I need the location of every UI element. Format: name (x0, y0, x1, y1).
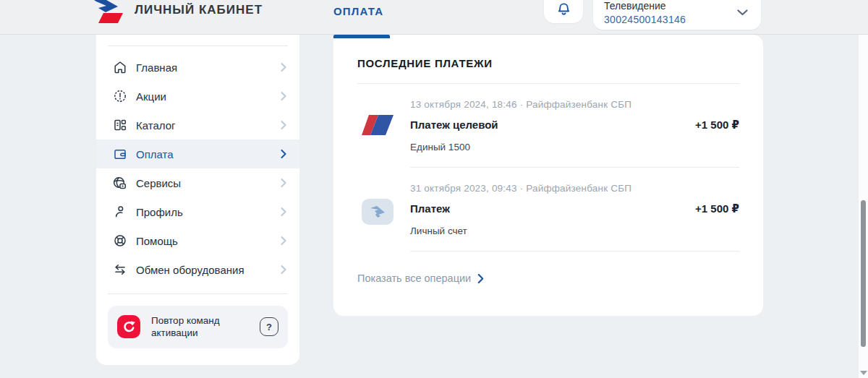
payment-amount: +1 500 ₽ (695, 119, 739, 132)
catalog-icon (112, 118, 127, 133)
chevron-down-icon (737, 6, 748, 19)
services-icon (112, 176, 127, 191)
chevron-right-icon (281, 179, 286, 187)
repeat-activation-commands-card[interactable]: Повтор команд активации ? (108, 306, 288, 348)
payment-title: Платеж целевой (410, 119, 695, 131)
swap-icon (112, 262, 127, 278)
account-number: 30024500143146 (604, 14, 749, 25)
account-selector[interactable]: Телевидение 30024500143146 (593, 0, 761, 30)
divider (410, 167, 739, 168)
notifications-button[interactable] (544, 0, 583, 23)
sidebar-bottom-divider (108, 293, 288, 294)
payment-arrow-icon (357, 183, 410, 252)
sidebar-item-home[interactable]: Главная (96, 53, 299, 82)
divider (410, 251, 739, 252)
home-icon (112, 60, 127, 75)
sidebar: Главная Акции (96, 35, 299, 365)
payment-subtitle: Единый 1500 (410, 142, 739, 153)
sidebar-item-label: Профиль (136, 206, 281, 218)
payment-details: 31 октября 2023, 09:43 · Райффайзенбанк … (410, 183, 739, 252)
sidebar-item-label: Сервисы (136, 177, 281, 189)
sidebar-item-catalog[interactable]: Каталог (96, 111, 299, 139)
sidebar-item-label: Помощь (136, 235, 281, 247)
page: ЛИЧНЫЙ КАБИНЕТ ОПЛАТА Телевидение 300245… (0, 0, 868, 378)
chevron-right-icon (281, 207, 286, 216)
sidebar-item-label: Главная (136, 61, 281, 74)
scrollbar-thumb[interactable] (861, 200, 866, 347)
repeat-card-label: Повтор команд активации (151, 314, 224, 340)
sidebar-item-services[interactable]: Сервисы (96, 168, 299, 197)
bank-flag-icon (357, 99, 410, 168)
chevron-right-icon (281, 121, 286, 129)
tab-payment[interactable]: ОПЛАТА (333, 5, 383, 17)
sidebar-top-divider (108, 46, 288, 46)
payment-amount: +1 500 ₽ (695, 202, 739, 215)
show-all-label: Показать все операции (357, 272, 471, 284)
account-name: Телевидение (604, 0, 749, 12)
sidebar-item-promotions[interactable]: Акции (96, 82, 299, 111)
sidebar-item-label: Оплата (136, 148, 281, 160)
chevron-right-icon (281, 236, 286, 245)
sidebar-menu: Главная Акции (96, 53, 299, 284)
chevron-right-icon (281, 150, 286, 158)
top-header: ЛИЧНЫЙ КАБИНЕТ ОПЛАТА Телевидение 300245… (0, 0, 868, 35)
sidebar-item-label: Каталог (136, 119, 281, 132)
divider (357, 83, 739, 84)
show-all-operations-link[interactable]: Показать все операции (357, 272, 484, 284)
payment-subtitle: Личный счет (410, 225, 739, 236)
chevron-right-icon (281, 63, 286, 72)
sidebar-item-help[interactable]: Помощь (96, 226, 299, 255)
brand-logo-icon[interactable] (89, 0, 129, 25)
profile-icon (112, 205, 127, 220)
vertical-scrollbar[interactable] (859, 0, 868, 378)
repeat-help-button[interactable]: ? (260, 317, 278, 336)
sidebar-item-payment[interactable]: Оплата (96, 139, 299, 168)
payment-row[interactable]: 13 октября 2024, 18:46 · Райффайзенбанк … (357, 99, 739, 168)
scrollbar-down-arrow-icon[interactable] (860, 371, 867, 375)
refresh-icon (117, 315, 140, 338)
bell-icon (556, 0, 572, 21)
chevron-right-icon (281, 92, 286, 100)
chevron-right-icon (477, 274, 484, 283)
payment-date: 13 октября 2024, 18:46 · Райффайзенбанк … (410, 99, 739, 110)
promotions-icon (112, 89, 127, 104)
wallet-icon (112, 147, 127, 162)
chevron-right-icon (281, 265, 286, 274)
payment-row[interactable]: 31 октября 2023, 09:43 · Райффайзенбанк … (357, 183, 739, 252)
sidebar-item-label: Обмен оборудования (136, 264, 281, 276)
payment-date: 31 октября 2023, 09:43 · Райффайзенбанк … (410, 183, 739, 194)
sidebar-item-label: Акции (136, 90, 281, 103)
payment-details: 13 октября 2024, 18:46 · Райффайзенбанк … (410, 99, 739, 168)
help-icon (112, 233, 127, 249)
active-tab-indicator (333, 35, 390, 38)
recent-payments-card: ПОСЛЕДНИЕ ПЛАТЕЖИ 13 октября 2024, 18:46… (333, 35, 763, 316)
payment-title: Платеж (410, 202, 695, 215)
section-title: ПОСЛЕДНИЕ ПЛАТЕЖИ (357, 35, 739, 69)
sidebar-item-profile[interactable]: Профиль (96, 197, 299, 226)
app-title: ЛИЧНЫЙ КАБИНЕТ (135, 3, 263, 17)
sidebar-item-equipment-exchange[interactable]: Обмен оборудования (96, 255, 299, 284)
